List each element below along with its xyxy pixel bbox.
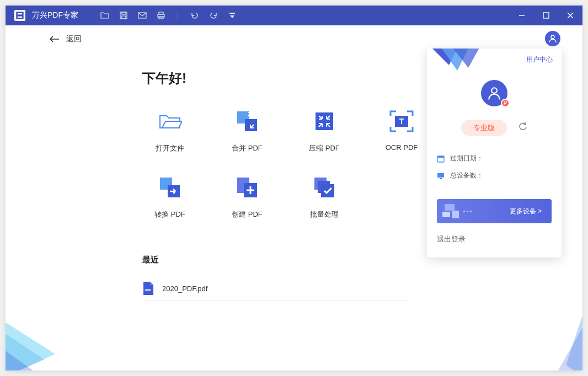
divider	[178, 11, 178, 20]
decor-bottom-right-icon	[555, 266, 582, 370]
svg-point-17	[551, 35, 554, 39]
open-file-icon	[158, 109, 182, 133]
svg-rect-20	[316, 112, 333, 130]
tile-compress-pdf[interactable]: 压缩 PDF	[297, 109, 352, 153]
tile-label: 合并 PDF	[232, 143, 263, 153]
expire-label: 过期日期：	[450, 154, 483, 163]
compress-pdf-icon	[312, 109, 336, 133]
maximize-button[interactable]	[534, 6, 558, 25]
svg-rect-43	[452, 211, 459, 218]
tile-label: 批量处理	[310, 210, 339, 219]
expire-row: 过期日期：	[437, 154, 552, 163]
tile-create-pdf[interactable]: 创建 PDF	[220, 175, 275, 219]
refresh-button[interactable]	[518, 122, 528, 134]
save-icon[interactable]	[119, 11, 128, 20]
devices-icon	[441, 202, 460, 221]
print-icon[interactable]	[157, 11, 165, 20]
svg-rect-11	[229, 13, 235, 14]
svg-rect-42	[442, 212, 450, 217]
devices-row: 总设备数：	[437, 171, 552, 180]
tile-convert-pdf[interactable]: 转换 PDF	[142, 175, 197, 219]
svg-rect-38	[437, 156, 444, 158]
svg-rect-14	[543, 13, 549, 18]
more-devices-label: 更多设备 >	[510, 207, 542, 216]
tile-label: 压缩 PDF	[309, 143, 340, 153]
tile-batch-process[interactable]: 批量处理	[297, 175, 352, 219]
recent-item[interactable]: 2020_PDF.pdf	[142, 276, 407, 301]
convert-pdf-icon	[158, 175, 182, 200]
tile-label: OCR PDF	[386, 143, 418, 152]
create-pdf-icon	[235, 175, 259, 200]
refresh-icon	[518, 122, 528, 132]
batch-process-icon	[312, 175, 336, 200]
decor-icon	[427, 49, 482, 76]
menu-icon[interactable]	[228, 11, 237, 20]
back-label: 返回	[66, 34, 82, 44]
svg-rect-2	[18, 13, 22, 14]
svg-marker-12	[230, 15, 234, 18]
svg-rect-8	[159, 12, 163, 14]
svg-rect-5	[122, 12, 125, 14]
recent-file-name: 2020_PDF.pdf	[162, 284, 207, 293]
monitor-icon	[437, 172, 445, 180]
more-devices-button[interactable]: 更多设备 >	[437, 199, 552, 223]
calendar-icon	[437, 155, 445, 163]
logout-button[interactable]: 退出登录	[427, 223, 562, 257]
mail-icon[interactable]	[138, 11, 147, 20]
ocr-pdf-icon: T	[389, 109, 414, 133]
back-button[interactable]: 返回	[50, 34, 82, 44]
app-name: 万兴PDF专家	[32, 10, 78, 20]
user-badge[interactable]	[545, 31, 560, 46]
svg-rect-1	[16, 12, 23, 19]
user-panel: 用户中心 P 专业版 过期日期： 总设备数：	[427, 49, 562, 257]
panel-avatar[interactable]: P	[481, 80, 507, 106]
tile-label: 创建 PDF	[232, 210, 263, 219]
close-button[interactable]	[558, 6, 582, 25]
tile-open-file[interactable]: 打开文件	[142, 109, 197, 153]
tile-label: 转换 PDF	[154, 210, 185, 219]
svg-rect-6	[121, 16, 126, 19]
avatar-badge: P	[501, 99, 510, 108]
svg-rect-39	[437, 173, 444, 178]
tile-label: 打开文件	[156, 143, 184, 153]
arrow-left-icon	[50, 35, 60, 43]
svg-rect-40	[440, 178, 442, 179]
svg-rect-41	[445, 204, 455, 211]
tile-ocr-pdf[interactable]: T OCR PDF	[374, 109, 429, 153]
svg-rect-3	[18, 17, 22, 18]
app-logo-icon	[14, 10, 25, 21]
folder-icon[interactable]	[100, 11, 109, 20]
decor-bottom-left-icon	[6, 293, 61, 370]
user-icon	[487, 86, 501, 100]
tile-merge-pdf[interactable]: 合并 PDF	[220, 109, 275, 153]
pdf-file-icon	[142, 282, 153, 295]
undo-icon[interactable]	[190, 11, 199, 20]
titlebar: 万兴PDF专家	[6, 6, 582, 25]
devices-label: 总设备数：	[450, 171, 483, 180]
dots-icon	[463, 211, 472, 212]
minimize-button[interactable]	[510, 6, 534, 25]
pro-button[interactable]: 专业版	[461, 120, 507, 136]
svg-text:T: T	[399, 117, 404, 126]
merge-pdf-icon	[235, 109, 259, 133]
svg-point-36	[491, 88, 497, 93]
user-icon	[548, 34, 557, 43]
redo-icon[interactable]	[209, 11, 218, 20]
svg-rect-32	[145, 289, 151, 291]
